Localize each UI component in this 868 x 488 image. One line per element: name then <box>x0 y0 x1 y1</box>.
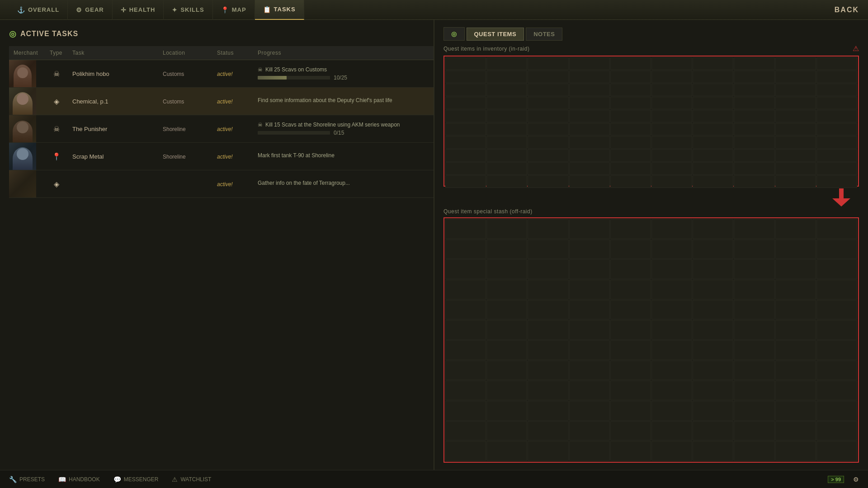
merchant-avatar-cell <box>9 115 45 143</box>
grid-cell <box>610 57 651 70</box>
grid-cell <box>528 361 568 380</box>
grid-cell <box>651 123 692 136</box>
stash-label-text: Quest item special stash (off-raid) <box>443 208 533 215</box>
grid-cell <box>486 401 527 421</box>
type-icon-cell: ☠ <box>45 60 68 88</box>
grid-cell <box>445 239 486 259</box>
active-tasks-label: ACTIVE TASKS <box>20 30 78 38</box>
grid-cell <box>734 239 774 259</box>
nav-skills[interactable]: ✦ SKILLS <box>164 0 212 20</box>
grid-cell <box>486 97 527 109</box>
type-icon: ◈ <box>54 98 59 105</box>
svg-rect-0 <box>839 188 844 198</box>
grid-cell <box>610 380 651 400</box>
grid-cell <box>693 70 733 83</box>
grid-cell <box>693 280 733 300</box>
watchlist-button[interactable]: ⚠ WATCHLIST <box>172 476 211 483</box>
tab-quest-items[interactable]: QUEST ITEMS <box>467 28 524 41</box>
progress-task-title: Gather info on the fate of Terragroup... <box>258 180 429 186</box>
grid-cell <box>569 340 610 360</box>
grid-cell <box>569 136 610 149</box>
task-name: The Punisher <box>72 126 107 132</box>
stash-grid-cells <box>444 218 858 462</box>
nav-gear[interactable]: ⚙ GEAR <box>68 0 113 20</box>
nav-overall[interactable]: ⚓ OVERALL <box>9 0 68 20</box>
col-header-type: Type <box>45 46 68 60</box>
grid-cell <box>775 149 816 162</box>
nav-health[interactable]: ✛ HEALTH <box>113 0 164 20</box>
grid-cell <box>816 97 857 109</box>
location-text: Customs <box>163 99 184 105</box>
grid-cell <box>445 162 486 175</box>
grid-cell <box>486 149 527 162</box>
inventory-grid <box>443 56 859 187</box>
grid-cell <box>816 149 857 162</box>
tasks-table-body: ☠Polikhim hoboCustomsactive!☠Kill 25 Sca… <box>9 60 434 198</box>
messenger-icon: 💬 <box>113 476 121 483</box>
grid-cell <box>528 300 568 320</box>
grid-cell <box>816 441 857 461</box>
grid-cell <box>528 401 568 421</box>
merchant-avatar <box>9 143 36 170</box>
presets-label: PRESETS <box>19 476 45 483</box>
grid-cell <box>569 280 610 300</box>
messenger-button[interactable]: 💬 MESSENGER <box>113 476 159 483</box>
handbook-button[interactable]: 📖 HANDBOOK <box>58 476 100 483</box>
grid-cell <box>693 320 733 340</box>
location-cell <box>158 170 212 198</box>
table-row[interactable]: ◈Chemical, p.1Customsactive!Find some in… <box>9 88 434 115</box>
nav-map[interactable]: 📍 MAP <box>213 0 255 20</box>
grid-cell <box>528 123 568 136</box>
grid-cell <box>610 219 651 239</box>
grid-cell <box>651 57 692 70</box>
grid-cell <box>486 110 527 122</box>
nav-tasks[interactable]: 📋 TASKS <box>255 0 304 20</box>
grid-cell <box>569 401 610 421</box>
grid-cell <box>486 340 527 360</box>
grid-cell <box>528 110 568 122</box>
table-row[interactable]: ☠The PunisherShorelineactive!☠Kill 15 Sc… <box>9 115 434 143</box>
progress-cell: ☠Kill 15 Scavs at the Shoreline using AK… <box>253 115 434 143</box>
grid-cell <box>486 361 527 380</box>
presets-button[interactable]: 🔧 PRESETS <box>9 476 45 483</box>
table-row[interactable]: 📍Scrap MetalShorelineactive!Mark first t… <box>9 143 434 170</box>
grid-cell <box>569 57 610 70</box>
grid-cell <box>651 401 692 421</box>
grid-cell <box>486 421 527 441</box>
grid-cell <box>610 340 651 360</box>
stash-grid <box>443 217 859 463</box>
type-icon: ☠ <box>53 125 60 133</box>
grid-cell <box>569 70 610 83</box>
grid-cell <box>734 162 774 175</box>
grid-cell <box>569 259 610 279</box>
grid-cell <box>693 149 733 162</box>
grid-cell <box>693 175 733 188</box>
grid-cell <box>528 136 568 149</box>
grid-cell <box>528 219 568 239</box>
grid-cell <box>486 441 527 461</box>
grid-cell <box>734 259 774 279</box>
grid-cell <box>610 84 651 96</box>
quest-panel-inner: ◎ QUEST ITEMS NOTES Quest items in inven… <box>443 27 859 463</box>
tab-notes[interactable]: NOTES <box>526 28 562 41</box>
grid-cell <box>775 361 816 380</box>
table-row[interactable]: ☠Polikhim hoboCustomsactive!☠Kill 25 Sca… <box>9 60 434 88</box>
grid-cell <box>528 421 568 441</box>
grid-cell <box>775 340 816 360</box>
back-button[interactable]: BACK <box>835 6 859 14</box>
merchant-avatar <box>9 60 36 87</box>
grid-cell <box>651 421 692 441</box>
type-icon-cell: ☠ <box>45 115 68 143</box>
nav-map-label: MAP <box>232 6 246 13</box>
grid-cell <box>486 84 527 96</box>
grid-cell <box>569 380 610 400</box>
table-row[interactable]: ◈active!Gather info on the fate of Terra… <box>9 170 434 198</box>
grid-cell <box>569 300 610 320</box>
handbook-label: HANDBOOK <box>69 476 100 483</box>
active-tasks-check-icon: ◎ <box>9 29 17 39</box>
settings-icon[interactable]: ⚙ <box>853 476 859 483</box>
tab-quest-items-label: QUEST ITEMS <box>474 31 517 38</box>
grid-cell <box>775 110 816 122</box>
grid-cell <box>734 110 774 122</box>
progress-count: 0/15 <box>334 130 344 136</box>
